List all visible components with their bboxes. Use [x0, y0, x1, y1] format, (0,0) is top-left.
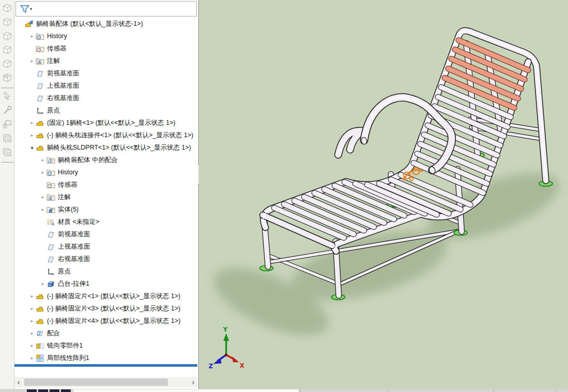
matesfld-icon	[46, 156, 55, 165]
tree-item-16[interactable]: 材质 <未指定>	[14, 216, 198, 228]
app-window: ▾ 躺椅装配体 (默认<默认_显示状态-1>)▸History传感器▸注解前视基…	[0, 0, 568, 392]
plane-icon	[36, 94, 44, 103]
tree-item-10[interactable]: ▾躺椅头枕SLDPRT<1> (默认<<默认>_显示状态 1>)	[14, 141, 198, 154]
tree-item-6[interactable]: 右视基准面	[14, 92, 198, 104]
tree-resize-bar[interactable]	[14, 364, 197, 367]
tree-item-2[interactable]: 传感器	[14, 42, 198, 55]
part-icon	[36, 304, 44, 313]
tree-item-19[interactable]: 右视基准面	[14, 253, 198, 265]
tree-item-22[interactable]: ▸(-) 躺椅固定片<1> (默认<<默认>_显示状态 1>)	[14, 290, 198, 302]
mirror-icon	[36, 341, 44, 350]
tree-item-18[interactable]: 上视基准面	[14, 240, 198, 253]
tree-item-label: 前视基准面	[47, 69, 80, 78]
tree-item-12[interactable]: ▸History	[14, 166, 198, 178]
lounge-chair-model[interactable]	[204, 31, 567, 350]
tree-item-11[interactable]: ▸躺椅装配体 中的配合	[14, 154, 198, 166]
view-cube-icon-3[interactable]	[2, 30, 13, 42]
expand-arrow-icon[interactable]: ▸	[39, 170, 46, 175]
tree-item-label: 前视基准面	[58, 230, 90, 239]
extrude-icon	[46, 280, 55, 288]
tree-item-25[interactable]: ▸配合	[14, 327, 198, 339]
expand-arrow-icon[interactable]: ▸	[28, 58, 36, 63]
expand-arrow-icon[interactable]: ▸	[28, 34, 36, 39]
expand-arrow-icon[interactable]: ▸	[28, 133, 36, 138]
expand-arrow-icon[interactable]: ▸	[39, 281, 46, 286]
origin-icon	[36, 106, 44, 115]
tree-item-20[interactable]: 原点	[14, 265, 198, 277]
tree-item-8[interactable]: ▸(固定) 1躺椅<1> (默认<<默认>_显示状态 1>)	[14, 117, 198, 129]
tree-item-label: 传感器	[47, 44, 67, 53]
view-cube-section-icon[interactable]	[2, 72, 13, 84]
tree-item-label: 实体(5)	[58, 205, 78, 214]
filter-dropdown-caret[interactable]: ▾	[30, 7, 32, 11]
annotation-icon	[36, 57, 44, 66]
expand-arrow-icon[interactable]: ▸	[39, 157, 46, 162]
view-cube-icon-5[interactable]	[2, 58, 13, 70]
tree-item-0[interactable]: 躺椅装配体 (默认<默认_显示状态-1>)	[14, 18, 198, 30]
tree-item-26[interactable]: ▸镜向零部件1	[14, 339, 198, 352]
solids-icon	[46, 205, 55, 214]
tree-item-label: 右视基准面	[58, 255, 90, 264]
tree-item-label: 躺椅装配体 中的配合	[58, 156, 118, 165]
horizontal-scrollbar[interactable]: ‹ ›	[14, 377, 197, 387]
layers-stack-icon-1[interactable]	[2, 133, 13, 144]
tree-item-1[interactable]: ▸History	[14, 30, 198, 42]
tree-item-label: 躺椅装配体 (默认<默认_显示状态-1>)	[36, 20, 143, 28]
expand-arrow-icon[interactable]: ▸	[28, 120, 36, 125]
tree-item-7[interactable]: 原点	[14, 104, 198, 117]
tree-item-17[interactable]: 前视基准面	[14, 228, 198, 240]
scrollbar-thumb[interactable]	[24, 379, 168, 386]
expand-arrow-icon[interactable]: ▸	[39, 207, 46, 212]
tree-item-5[interactable]: 上视基准面	[14, 79, 198, 92]
view-cube-icon-2[interactable]	[2, 17, 13, 28]
expand-arrow-icon[interactable]: ▸	[28, 343, 36, 348]
tree-item-label: (-) 躺椅固定片<4> (默认<<默认>_显示状态 1>)	[47, 317, 180, 325]
tree-item-label: 配合	[47, 329, 60, 338]
bottom-edge-strip	[0, 389, 568, 392]
expand-arrow-icon[interactable]: ▸	[28, 355, 36, 361]
viewport-3d[interactable]: Y X Z	[199, 0, 568, 390]
tree-item-21[interactable]: ▸凸台-拉伸1	[14, 277, 198, 290]
move-component-icon[interactable]	[2, 119, 13, 130]
y-axis-arrow	[224, 333, 229, 341]
x-axis-label: X	[240, 362, 245, 369]
tree-item-27[interactable]: ▸局部线性阵列1	[14, 352, 198, 364]
view-cube-icon-4[interactable]	[2, 44, 13, 56]
z-axis-label: Z	[209, 363, 213, 370]
plane-icon	[46, 255, 55, 264]
material-icon	[46, 218, 55, 226]
far-armrest	[338, 131, 362, 155]
expand-arrow-icon[interactable]: ▸	[39, 194, 46, 200]
tree-item-9[interactable]: ▸(-) 躺椅头枕连接件<1> (默认<<默认>_显示状态 1>)	[14, 129, 198, 141]
expand-arrow-icon[interactable]: ▸	[28, 331, 36, 336]
scroll-left-arrow[interactable]: ‹	[14, 377, 23, 387]
expand-arrow-icon[interactable]: ▸	[28, 293, 36, 299]
tree-item-label: History	[58, 169, 78, 176]
scrollbar-track[interactable]	[23, 378, 189, 386]
tools-wrench-icon[interactable]	[2, 105, 13, 116]
mates-icon	[36, 329, 44, 338]
tree-item-15[interactable]: ▸实体(5)	[14, 203, 198, 216]
filter-funnel-icon[interactable]	[19, 4, 29, 14]
tree-item-label: 镜向零部件1	[47, 341, 83, 350]
tree-item-13[interactable]: 传感器	[14, 178, 198, 191]
annotation-icon	[46, 193, 55, 202]
view-cube-icon-1[interactable]	[2, 3, 13, 14]
scroll-right-arrow[interactable]: ›	[189, 377, 197, 387]
tree-item-14[interactable]: ▸注解	[14, 191, 198, 203]
tree-item-3[interactable]: ▸注解	[14, 55, 198, 67]
expand-arrow-icon[interactable]: ▸	[28, 306, 36, 311]
select-cursor-icon[interactable]	[2, 91, 13, 102]
tree-item-label: 躺椅头枕SLDPRT<1> (默认<<默认>_显示状态 1>)	[47, 143, 191, 152]
history-icon	[36, 32, 44, 41]
tree-item-23[interactable]: ▸(-) 躺椅固定片<3> (默认<<默认>_显示状态 1>)	[14, 302, 198, 315]
expand-arrow-icon[interactable]: ▸	[28, 318, 36, 323]
part-icon	[36, 131, 44, 140]
tree-item-label: 上视基准面	[47, 81, 80, 90]
tree-item-4[interactable]: 前视基准面	[14, 67, 198, 79]
tree-item-label: 注解	[47, 57, 60, 66]
layers-stack-icon-2[interactable]	[2, 146, 13, 158]
tree-item-24[interactable]: ▸(-) 躺椅固定片<4> (默认<<默认>_显示状态 1>)	[14, 315, 198, 327]
part-icon	[36, 143, 44, 152]
filter-bar[interactable]: ▾	[15, 1, 197, 17]
